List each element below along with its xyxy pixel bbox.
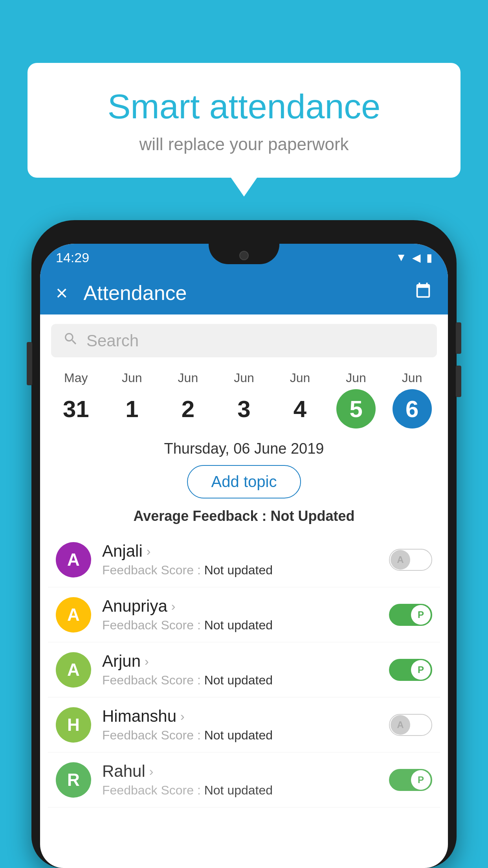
attendance-toggle[interactable]: A <box>389 714 432 736</box>
student-avatar: A <box>56 652 91 688</box>
student-info: Anupriya›Feedback Score : Not updated <box>102 597 389 633</box>
phone-frame: 14:29 ▼ ◀ ▮ × Attendance S <box>31 220 457 868</box>
search-placeholder: Search <box>86 331 139 350</box>
toggle-knob: P <box>411 770 431 790</box>
search-bar[interactable]: Search <box>51 324 437 357</box>
app-bar: × Attendance <box>40 271 448 314</box>
calendar-day[interactable]: Jun2 <box>160 371 215 428</box>
student-avatar: R <box>56 762 91 798</box>
attendance-toggle[interactable]: A <box>389 549 432 571</box>
power-button <box>27 342 32 385</box>
cal-date-number: 6 <box>393 389 432 428</box>
chevron-right-icon: › <box>147 544 151 559</box>
student-name-text: Rahul <box>102 762 145 781</box>
student-info: Rahul›Feedback Score : Not updated <box>102 762 389 798</box>
student-avatar: A <box>56 597 91 633</box>
search-icon <box>63 331 79 350</box>
attendance-toggle[interactable]: P <box>389 659 432 681</box>
battery-icon: ▮ <box>426 251 432 264</box>
phone-screen: 14:29 ▼ ◀ ▮ × Attendance S <box>40 244 448 868</box>
notch <box>209 244 279 264</box>
selected-date-text: Thursday, 06 June 2019 <box>164 440 324 457</box>
add-topic-container: Add topic <box>40 465 448 498</box>
date-info: Thursday, 06 June 2019 <box>40 440 448 457</box>
volume-down-button <box>456 366 461 397</box>
student-item: RRahul›Feedback Score : Not updatedP <box>48 752 440 807</box>
attendance-toggle[interactable]: P <box>389 769 432 791</box>
chevron-right-icon: › <box>171 599 176 614</box>
student-name[interactable]: Anupriya› <box>102 597 389 616</box>
cal-month-label: Jun <box>290 371 310 385</box>
student-info: Himanshu›Feedback Score : Not updated <box>102 707 389 743</box>
student-info: Anjali›Feedback Score : Not updated <box>102 542 389 577</box>
student-name[interactable]: Rahul› <box>102 762 389 781</box>
cal-date-number: 4 <box>281 389 320 428</box>
wifi-icon: ▼ <box>396 251 407 264</box>
toggle-knob: P <box>411 660 431 680</box>
calendar-day[interactable]: Jun4 <box>273 371 328 428</box>
status-time: 14:29 <box>56 250 89 265</box>
student-item: AAnjali›Feedback Score : Not updatedA <box>48 532 440 587</box>
cal-date-number: 31 <box>56 389 95 428</box>
cal-date-number: 2 <box>168 389 207 428</box>
student-feedback: Feedback Score : Not updated <box>102 728 389 743</box>
toggle-knob: A <box>391 550 410 570</box>
student-feedback: Feedback Score : Not updated <box>102 673 389 688</box>
volume-up-button <box>456 322 461 354</box>
toggle-knob: A <box>391 715 410 735</box>
student-info: Arjun›Feedback Score : Not updated <box>102 652 389 688</box>
cal-month-label: Jun <box>122 371 142 385</box>
calendar-day[interactable]: May31 <box>48 371 103 428</box>
speech-bubble-subtitle: will replace your paperwork <box>59 134 429 154</box>
cal-month-label: May <box>64 371 88 385</box>
cal-date-number: 1 <box>112 389 152 428</box>
attendance-toggle[interactable]: P <box>389 604 432 626</box>
cal-month-label: Jun <box>178 371 198 385</box>
cal-month-label: Jun <box>234 371 254 385</box>
student-item: AAnupriya›Feedback Score : Not updatedP <box>48 587 440 642</box>
app-bar-title: Attendance <box>83 281 414 305</box>
student-name-text: Arjun <box>102 652 141 671</box>
student-name-text: Anupriya <box>102 597 167 616</box>
student-name-text: Himanshu <box>102 707 176 726</box>
cal-month-label: Jun <box>402 371 422 385</box>
avg-feedback-label: Average Feedback : <box>134 508 271 524</box>
student-item: HHimanshu›Feedback Score : Not updatedA <box>48 697 440 752</box>
speech-bubble-title: Smart attendance <box>59 86 429 127</box>
chevron-right-icon: › <box>145 654 149 669</box>
speech-bubble-container: Smart attendance will replace your paper… <box>28 63 460 178</box>
toggle-knob: P <box>411 605 431 625</box>
add-topic-button[interactable]: Add topic <box>187 465 301 498</box>
calendar-day[interactable]: Jun5 <box>328 371 383 428</box>
calendar-icon[interactable] <box>414 282 432 304</box>
status-icons: ▼ ◀ ▮ <box>396 251 432 264</box>
student-feedback: Feedback Score : Not updated <box>102 618 389 633</box>
student-avatar: H <box>56 707 91 743</box>
signal-icon: ◀ <box>412 251 421 264</box>
student-name[interactable]: Himanshu› <box>102 707 389 726</box>
status-bar: 14:29 ▼ ◀ ▮ <box>40 244 448 271</box>
close-button[interactable]: × <box>56 281 68 305</box>
average-feedback: Average Feedback : Not Updated <box>40 508 448 524</box>
student-feedback: Feedback Score : Not updated <box>102 563 389 577</box>
cal-date-number: 5 <box>336 389 376 428</box>
student-item: AArjun›Feedback Score : Not updatedP <box>48 642 440 697</box>
chevron-right-icon: › <box>149 764 154 779</box>
student-avatar: A <box>56 542 91 577</box>
student-name[interactable]: Anjali› <box>102 542 389 561</box>
cal-date-number: 3 <box>224 389 264 428</box>
calendar-strip: May31Jun1Jun2Jun3Jun4Jun5Jun6 <box>40 367 448 428</box>
chevron-right-icon: › <box>180 709 185 724</box>
calendar-day[interactable]: Jun1 <box>105 371 160 428</box>
speech-bubble: Smart attendance will replace your paper… <box>28 63 460 178</box>
front-camera <box>239 251 249 260</box>
cal-month-label: Jun <box>346 371 366 385</box>
calendar-day[interactable]: Jun6 <box>385 371 440 428</box>
avg-feedback-value: Not Updated <box>270 508 354 524</box>
student-name[interactable]: Arjun› <box>102 652 389 671</box>
student-list: AAnjali›Feedback Score : Not updatedAAAn… <box>40 532 448 807</box>
student-name-text: Anjali <box>102 542 143 561</box>
student-feedback: Feedback Score : Not updated <box>102 783 389 798</box>
calendar-day[interactable]: Jun3 <box>216 371 272 428</box>
